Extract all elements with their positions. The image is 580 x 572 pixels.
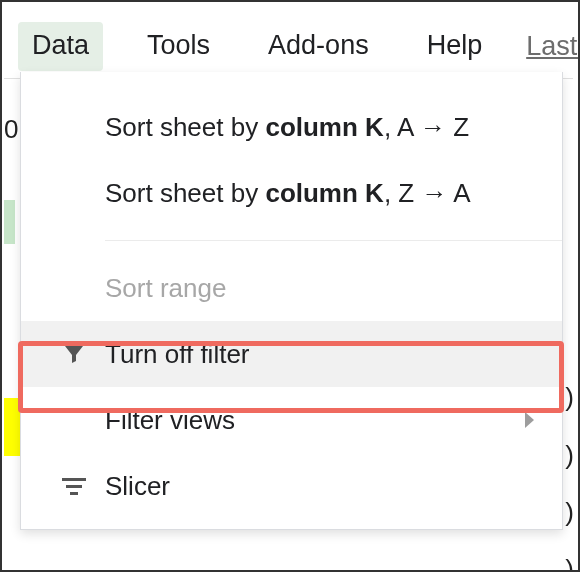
menuitem-sort-sheet-desc[interactable]: Sort sheet by column K, Z → A	[21, 160, 562, 226]
data-menu-dropdown: Sort sheet by column K, A → Z Sort sheet…	[20, 72, 563, 530]
menuitem-turn-off-filter[interactable]: Turn off filter	[21, 321, 562, 387]
menubar: Data Tools Add-ons Help Last e	[18, 22, 580, 71]
svg-rect-2	[70, 492, 78, 495]
svg-rect-0	[62, 478, 86, 481]
cell-fragment: )	[565, 382, 574, 413]
menuitem-slicer[interactable]: Slicer	[21, 453, 562, 519]
filter-icon	[59, 339, 89, 369]
svg-rect-1	[66, 485, 82, 488]
last-edit-link[interactable]: Last e	[526, 23, 580, 70]
cell-fragment: )	[565, 440, 574, 471]
menu-data[interactable]: Data	[18, 22, 103, 71]
cell-fragment: )	[565, 497, 574, 528]
menu-tools[interactable]: Tools	[133, 22, 224, 71]
menu-help[interactable]: Help	[413, 22, 497, 71]
cell-fragment: )	[565, 554, 574, 572]
menuitem-sort-range: Sort range	[21, 255, 562, 321]
chevron-right-icon	[525, 412, 534, 428]
menuitem-filter-views[interactable]: Filter views	[21, 387, 562, 453]
menuitem-sort-sheet-asc[interactable]: Sort sheet by column K, A → Z	[21, 94, 562, 160]
slicer-icon	[59, 471, 89, 501]
cell-fragment: 0	[4, 114, 18, 145]
menu-separator	[105, 240, 562, 241]
menu-addons[interactable]: Add-ons	[254, 22, 383, 71]
